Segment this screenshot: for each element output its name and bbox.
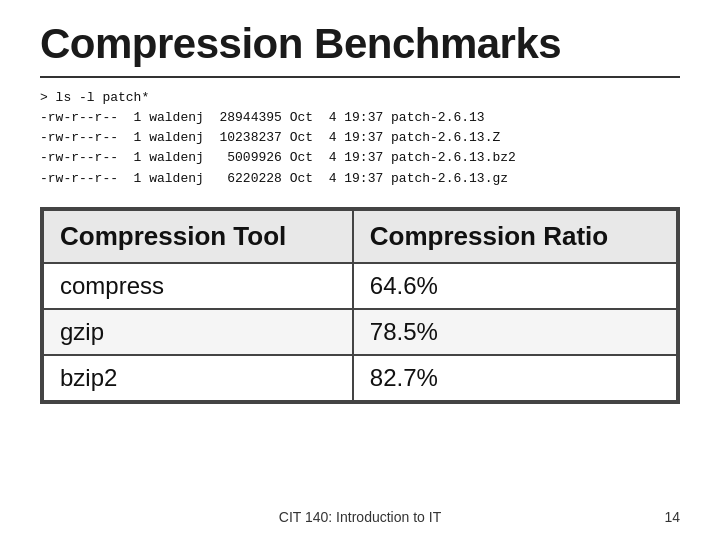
footer-label: CIT 140: Introduction to IT bbox=[279, 509, 441, 525]
terminal-line-4: -rw-r--r-- 1 waldenj 5009926 Oct 4 19:37… bbox=[40, 148, 680, 168]
table-row: gzip 78.5% bbox=[43, 309, 677, 355]
compression-table-container: Compression Tool Compression Ratio compr… bbox=[40, 207, 680, 404]
page: Compression Benchmarks > ls -l patch* -r… bbox=[0, 0, 720, 540]
terminal-line-1: > ls -l patch* bbox=[40, 88, 680, 108]
table-row: compress 64.6% bbox=[43, 263, 677, 309]
tool-compress: compress bbox=[43, 263, 353, 309]
tool-gzip: gzip bbox=[43, 309, 353, 355]
terminal-block: > ls -l patch* -rw-r--r-- 1 waldenj 2894… bbox=[40, 88, 680, 189]
header-ratio: Compression Ratio bbox=[353, 210, 677, 263]
header-tool: Compression Tool bbox=[43, 210, 353, 263]
footer: CIT 140: Introduction to IT 14 bbox=[40, 504, 680, 525]
ratio-compress: 64.6% bbox=[353, 263, 677, 309]
page-title: Compression Benchmarks bbox=[40, 20, 680, 68]
terminal-line-3: -rw-r--r-- 1 waldenj 10238237 Oct 4 19:3… bbox=[40, 128, 680, 148]
ratio-gzip: 78.5% bbox=[353, 309, 677, 355]
title-divider bbox=[40, 76, 680, 78]
compression-table: Compression Tool Compression Ratio compr… bbox=[42, 209, 678, 402]
table-header-row: Compression Tool Compression Ratio bbox=[43, 210, 677, 263]
tool-bzip2: bzip2 bbox=[43, 355, 353, 401]
terminal-line-2: -rw-r--r-- 1 waldenj 28944395 Oct 4 19:3… bbox=[40, 108, 680, 128]
footer-page-number: 14 bbox=[664, 509, 680, 525]
terminal-line-5: -rw-r--r-- 1 waldenj 6220228 Oct 4 19:37… bbox=[40, 169, 680, 189]
ratio-bzip2: 82.7% bbox=[353, 355, 677, 401]
table-row: bzip2 82.7% bbox=[43, 355, 677, 401]
